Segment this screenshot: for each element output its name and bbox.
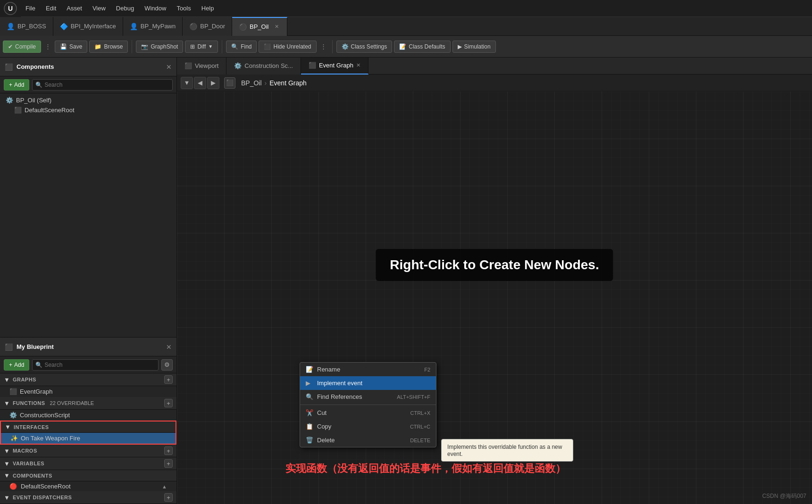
class-defaults-button[interactable]: 📝 Class Defaults bbox=[394, 41, 450, 53]
interfaces-chevron-icon: ▼ bbox=[5, 423, 11, 430]
menu-view[interactable]: View bbox=[88, 3, 110, 14]
tab-bp-oil[interactable]: ⚫ BP_Oil ✕ bbox=[232, 17, 287, 36]
bp-mypawn-icon: 👤 bbox=[130, 23, 138, 30]
components-sub-label: Components bbox=[13, 473, 52, 479]
class-settings-button[interactable]: ⚙️ Class Settings bbox=[336, 41, 393, 53]
tab-viewport[interactable]: ⬛ Viewport bbox=[177, 58, 226, 74]
watermark: CSDN @海码007 bbox=[762, 492, 806, 500]
variables-add-button[interactable]: + bbox=[164, 459, 173, 468]
cut-shortcut: CTRL+X bbox=[410, 410, 431, 416]
event-dispatchers-header[interactable]: ▼ EVENT DISPATCHERS + bbox=[0, 491, 176, 504]
my-blueprint-add-button[interactable]: + Add bbox=[4, 359, 29, 371]
menu-file[interactable]: File bbox=[21, 3, 40, 14]
functions-add-button[interactable]: + bbox=[164, 399, 173, 407]
variables-section-label: VARIABLES bbox=[13, 461, 44, 466]
toolbar: ✔ Compile ⋮ 💾 Save 📁 Browse 📷 GraphShot … bbox=[0, 36, 812, 58]
ue-logo: U bbox=[0, 0, 21, 17]
graph-canvas[interactable]: Right-Click to Create New Nodes. 实现函数（没有… bbox=[177, 91, 812, 504]
my-blueprint-header: ⬛ My Blueprint ✕ bbox=[0, 338, 176, 356]
tab-event-graph[interactable]: ⬛ Event Graph ✕ bbox=[301, 58, 368, 74]
simulation-button[interactable]: ▶ Simulation bbox=[452, 41, 496, 53]
find-button[interactable]: 🔍 Find bbox=[226, 41, 257, 53]
context-menu-implement-event[interactable]: ▶ Implement event bbox=[300, 376, 436, 390]
rename-shortcut: F2 bbox=[424, 367, 430, 372]
my-blueprint-close[interactable]: ✕ bbox=[166, 343, 172, 351]
menu-debug[interactable]: Debug bbox=[111, 3, 139, 14]
context-menu-find-refs[interactable]: 🔍 Find References ALT+SHIFT+F bbox=[300, 390, 436, 404]
graph-shot-button[interactable]: 📷 GraphShot bbox=[136, 41, 183, 53]
default-scene-root-var-item[interactable]: 🔴 DefaultSceneRoot ▲ bbox=[0, 481, 176, 491]
event-dispatchers-label: EVENT DISPATCHERS bbox=[13, 495, 72, 500]
fit-view-button[interactable]: ⬛ bbox=[224, 77, 235, 89]
compile-label: Compile bbox=[15, 43, 36, 50]
variables-section-header[interactable]: ▼ VARIABLES + bbox=[0, 457, 176, 470]
add-label: Add bbox=[14, 82, 24, 88]
menu-tools[interactable]: Tools bbox=[172, 3, 195, 14]
save-icon: 💾 bbox=[60, 43, 67, 50]
interfaces-section-header[interactable]: ▼ INTERFACES bbox=[1, 421, 176, 433]
macros-section-header[interactable]: ▼ MACROS + bbox=[0, 445, 176, 457]
fit-view-icon: ⬛ bbox=[226, 79, 234, 86]
tab-construction-sc[interactable]: ⚙️ Construction Sc... bbox=[226, 58, 301, 74]
diff-button[interactable]: ⊞ Diff ▼ bbox=[185, 41, 218, 53]
my-blueprint-panel: ⬛ My Blueprint ✕ + Add 🔍 ⚙ bbox=[0, 337, 176, 504]
hide-unrelated-button[interactable]: ⬛ Hide Unrelated bbox=[259, 41, 316, 53]
context-menu-copy[interactable]: 📋 Copy CTRL+C bbox=[300, 420, 436, 433]
event-graph-item[interactable]: ⬛ EventGraph bbox=[0, 386, 176, 397]
construction-script-item[interactable]: ⚙️ ConstructionScript bbox=[0, 410, 176, 421]
tab-bp-oil-close[interactable]: ✕ bbox=[273, 23, 280, 30]
breadcrumb-bp-oil[interactable]: BP_Oil bbox=[241, 79, 262, 87]
event-graph-tab-close[interactable]: ✕ bbox=[356, 62, 360, 68]
construction-script-label: ConstructionScript bbox=[20, 412, 70, 419]
components-search-input[interactable] bbox=[44, 82, 169, 88]
hide-unrelated-options[interactable]: ⋮ bbox=[318, 43, 328, 50]
components-search-icon: 🔍 bbox=[35, 82, 42, 88]
menu-bar: File Edit Asset View Debug Window Tools … bbox=[21, 3, 219, 14]
save-button[interactable]: 💾 Save bbox=[55, 41, 87, 53]
macros-add-button[interactable]: + bbox=[164, 446, 173, 455]
variables-chevron-icon: ▼ bbox=[4, 460, 10, 467]
bp-oil-self-item[interactable]: ⚙️ BP_Oil (Self) bbox=[0, 95, 176, 105]
compile-button[interactable]: ✔ Compile bbox=[3, 41, 41, 53]
compile-icon: ✔ bbox=[8, 43, 13, 50]
my-blueprint-settings-button[interactable]: ⚙ bbox=[161, 359, 173, 371]
class-settings-icon: ⚙️ bbox=[342, 43, 349, 50]
context-menu-delete[interactable]: 🗑️ Delete DELETE bbox=[300, 433, 436, 447]
on-take-weapon-fire-item[interactable]: ✨ On Take Weapon Fire bbox=[1, 433, 176, 444]
tab-bpi-myinterface[interactable]: 🔷 BPI_MyInterface bbox=[53, 17, 123, 36]
tab-bp-door[interactable]: ⚫ BP_Door bbox=[183, 17, 232, 36]
context-menu-cut[interactable]: ✂️ Cut CTRL+X bbox=[300, 406, 436, 420]
functions-section-header[interactable]: ▼ FUNCTIONS 22 OVERRIDABLE + bbox=[0, 397, 176, 410]
browse-button[interactable]: 📁 Browse bbox=[89, 41, 128, 53]
breadcrumb: BP_Oil › Event Graph bbox=[241, 79, 307, 87]
functions-badge: 22 OVERRIDABLE bbox=[50, 400, 94, 406]
default-scene-root-item[interactable]: ⬛ DefaultSceneRoot bbox=[0, 105, 176, 115]
viewport-label: Viewport bbox=[195, 62, 218, 69]
menu-help[interactable]: Help bbox=[197, 3, 219, 14]
nav-options-button[interactable]: ▼ bbox=[181, 77, 193, 89]
simulation-icon: ▶ bbox=[458, 43, 462, 50]
event-dispatchers-add-button[interactable]: + bbox=[164, 493, 173, 502]
rename-label: Rename bbox=[317, 366, 340, 373]
graphs-section-header[interactable]: ▼ GRAPHS + bbox=[0, 373, 176, 386]
compile-options[interactable]: ⋮ bbox=[43, 43, 53, 50]
context-menu-rename[interactable]: 📝 Rename F2 bbox=[300, 363, 436, 376]
tab-bp-mypawn[interactable]: 👤 BP_MyPawn bbox=[123, 17, 183, 36]
tab-bar: 👤 BP_BOSS 🔷 BPI_MyInterface 👤 BP_MyPawn … bbox=[0, 17, 812, 36]
menu-edit[interactable]: Edit bbox=[41, 3, 61, 14]
copy-shortcut: CTRL+C bbox=[410, 424, 430, 430]
menu-asset[interactable]: Asset bbox=[62, 3, 87, 14]
find-refs-shortcut: ALT+SHIFT+F bbox=[397, 394, 430, 400]
menu-window[interactable]: Window bbox=[140, 3, 171, 14]
components-sub-header[interactable]: ▼ Components bbox=[0, 470, 176, 481]
class-defaults-icon: 📝 bbox=[399, 43, 406, 50]
functions-chevron-icon: ▼ bbox=[4, 400, 10, 407]
tab-bp-boss[interactable]: 👤 BP_BOSS bbox=[0, 17, 53, 36]
components-add-button[interactable]: + Add bbox=[4, 79, 29, 91]
add-icon: + bbox=[9, 82, 12, 88]
my-blueprint-search-input[interactable] bbox=[44, 362, 155, 368]
graphs-add-button[interactable]: + bbox=[164, 375, 173, 384]
components-panel-close[interactable]: ✕ bbox=[166, 63, 172, 71]
nav-back-button[interactable]: ◀ bbox=[194, 77, 206, 89]
nav-forward-button[interactable]: ▶ bbox=[207, 77, 219, 89]
